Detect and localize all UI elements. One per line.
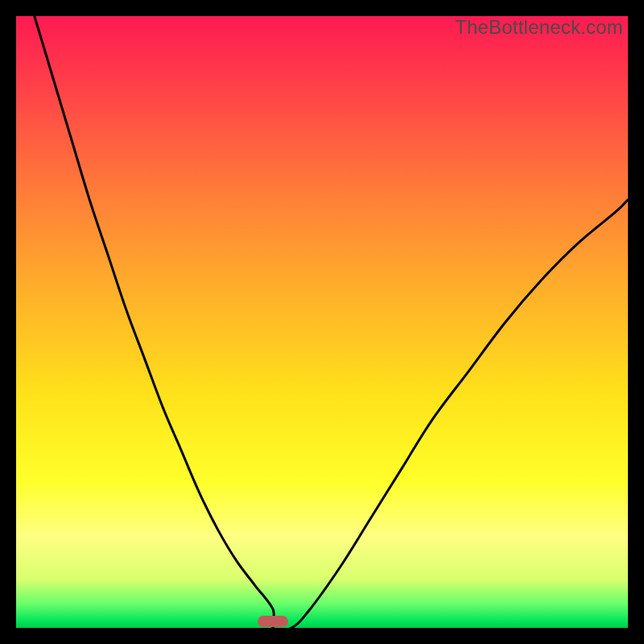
curve-path [35, 16, 628, 628]
bottleneck-curve [16, 16, 628, 628]
plot-frame: TheBottleneck.com [16, 16, 628, 628]
optimal-marker [258, 616, 288, 627]
